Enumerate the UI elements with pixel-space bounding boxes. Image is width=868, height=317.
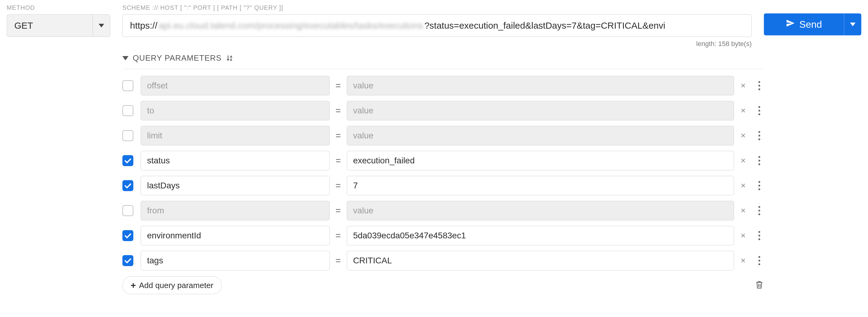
param-enabled-checkbox[interactable]: [122, 155, 133, 166]
param-row: environmentId=5da039ecda05e347e4583ec1×: [122, 226, 764, 246]
equals-sign: =: [334, 81, 342, 91]
svg-text:Z: Z: [230, 58, 232, 61]
param-name-input[interactable]: offset: [141, 76, 330, 95]
plus-icon: +: [131, 280, 136, 290]
param-enabled-checkbox[interactable]: [122, 230, 133, 241]
param-name-input[interactable]: limit: [141, 126, 330, 145]
equals-sign: =: [334, 155, 342, 166]
send-button[interactable]: Send: [764, 13, 861, 35]
param-options-button[interactable]: [756, 230, 763, 242]
method-dropdown-toggle[interactable]: [93, 15, 110, 36]
param-enabled-checkbox[interactable]: [122, 130, 133, 141]
collapse-toggle-icon: [122, 56, 128, 60]
param-options-button[interactable]: [756, 255, 763, 267]
equals-sign: =: [334, 230, 342, 241]
equals-sign: =: [334, 255, 342, 266]
sort-az-button[interactable]: AZ: [226, 54, 235, 62]
chevron-down-icon: [99, 24, 104, 27]
param-name-input[interactable]: environmentId: [141, 226, 330, 246]
param-options-button[interactable]: [756, 80, 763, 92]
param-value-input[interactable]: 7: [347, 176, 734, 195]
param-remove-button[interactable]: ×: [738, 156, 748, 166]
query-parameters-header[interactable]: QUERY PARAMETERS AZ: [122, 53, 764, 69]
svg-text:A: A: [230, 55, 232, 58]
param-options-button[interactable]: [756, 129, 763, 142]
equals-sign: =: [334, 180, 342, 191]
param-name-input[interactable]: to: [141, 101, 330, 120]
param-remove-button[interactable]: ×: [738, 131, 748, 141]
equals-sign: =: [334, 106, 342, 116]
param-enabled-checkbox[interactable]: [122, 180, 133, 191]
param-value-input[interactable]: 5da039ecda05e347e4583ec1: [347, 226, 734, 246]
send-label: Send: [799, 19, 822, 30]
url-host-blurred: api.eu.cloud.talend.com/processing/execu…: [159, 21, 423, 31]
param-enabled-checkbox[interactable]: [122, 255, 133, 266]
param-name-input[interactable]: status: [141, 151, 330, 170]
url-length: length: 158 byte(s): [122, 40, 752, 48]
param-value-input[interactable]: value: [347, 201, 734, 220]
equals-sign: =: [334, 131, 342, 141]
param-enabled-checkbox[interactable]: [122, 105, 133, 116]
param-remove-button[interactable]: ×: [738, 206, 748, 215]
param-options-button[interactable]: [756, 154, 763, 167]
url-label: SCHEME :// HOST [ ":" PORT ] [ PATH [ "?…: [122, 4, 752, 11]
param-row: from=value×: [122, 201, 764, 220]
method-label: METHOD: [7, 4, 110, 11]
method-value: GET: [7, 15, 93, 36]
param-remove-button[interactable]: ×: [738, 106, 748, 116]
method-select[interactable]: GET: [7, 14, 110, 37]
param-options-button[interactable]: [756, 105, 763, 117]
param-row: offset=value×: [122, 76, 764, 95]
query-parameters-title: QUERY PARAMETERS: [133, 53, 222, 63]
param-remove-button[interactable]: ×: [738, 181, 748, 191]
send-dropdown-toggle[interactable]: [844, 13, 861, 35]
param-name-input[interactable]: from: [141, 201, 330, 220]
url-prefix: https://: [130, 21, 157, 31]
param-name-input[interactable]: lastDays: [141, 176, 330, 195]
param-row: lastDays=7×: [122, 176, 764, 195]
param-row: status=execution_failed×: [122, 151, 764, 170]
param-value-input[interactable]: value: [347, 76, 734, 95]
add-query-parameter-button[interactable]: + Add query parameter: [122, 277, 222, 294]
delete-all-button[interactable]: [755, 280, 764, 291]
param-row: limit=value×: [122, 126, 764, 145]
chevron-down-icon: [850, 23, 856, 26]
add-query-label: Add query parameter: [139, 281, 213, 290]
param-remove-button[interactable]: ×: [738, 81, 748, 90]
param-enabled-checkbox[interactable]: [122, 205, 133, 216]
url-suffix: ?status=execution_failed&lastDays=7&tag=…: [425, 21, 665, 31]
param-value-input[interactable]: value: [347, 126, 734, 145]
param-value-input[interactable]: execution_failed: [347, 151, 734, 170]
equals-sign: =: [334, 205, 342, 216]
param-options-button[interactable]: [756, 204, 763, 217]
url-input[interactable]: https:// api.eu.cloud.talend.com/process…: [122, 14, 752, 37]
param-enabled-checkbox[interactable]: [122, 80, 133, 91]
param-remove-button[interactable]: ×: [738, 231, 748, 240]
param-name-input[interactable]: tags: [141, 251, 330, 270]
param-value-input[interactable]: CRITICAL: [347, 251, 734, 270]
paper-plane-icon: [786, 19, 795, 30]
param-remove-button[interactable]: ×: [738, 256, 748, 265]
param-row: to=value×: [122, 101, 764, 120]
param-options-button[interactable]: [756, 179, 763, 192]
param-value-input[interactable]: value: [347, 101, 734, 120]
param-row: tags=CRITICAL×: [122, 251, 764, 270]
